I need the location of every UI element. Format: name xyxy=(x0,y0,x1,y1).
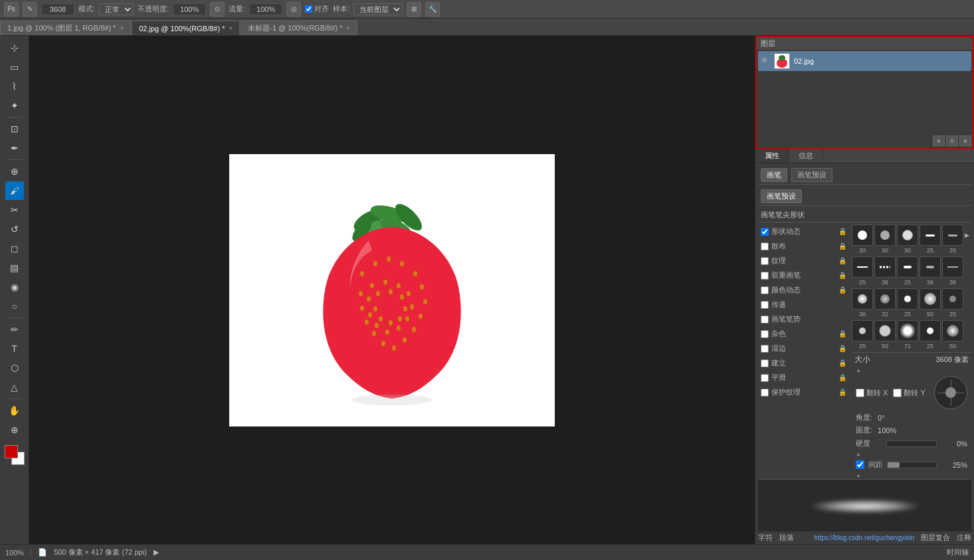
scatter-checkbox[interactable] xyxy=(761,242,769,250)
tab-untitled-close[interactable]: × xyxy=(346,25,350,32)
tab-1jpg[interactable]: 1.jpg @ 100% (图层 1, RGB/8#) * × xyxy=(0,21,131,35)
clone-stamp-tool[interactable]: ✂ xyxy=(5,201,24,219)
pen-tool[interactable]: ✏ xyxy=(5,320,24,339)
blur-tool[interactable]: ◉ xyxy=(5,278,24,296)
brush-tip-shape-btn[interactable]: 画笔笔尖形状 xyxy=(758,208,971,223)
brush-option-protect-texture[interactable]: 保护纹理 🔒 xyxy=(758,385,849,400)
dodge-tool[interactable]: ○ xyxy=(5,297,24,316)
preset-20[interactable] xyxy=(942,320,963,341)
brush-tab-btn[interactable]: 画笔 xyxy=(761,168,787,182)
opacity-display[interactable]: 100% xyxy=(173,3,206,15)
brush-preset-tab-btn[interactable]: 画笔预设 xyxy=(791,168,832,182)
hand-tool[interactable]: ✋ xyxy=(5,401,24,420)
texture-checkbox[interactable] xyxy=(761,257,769,265)
preset-3[interactable] xyxy=(897,225,918,246)
preset-19[interactable] xyxy=(920,320,941,341)
sample-all-icon[interactable]: ⊞ xyxy=(407,2,421,17)
add-layer-btn[interactable]: + xyxy=(933,136,945,146)
preset-14[interactable] xyxy=(920,288,941,310)
preset-2[interactable] xyxy=(874,225,896,246)
foreground-color-swatch[interactable] xyxy=(5,445,18,458)
crop-tool[interactable]: ⊡ xyxy=(5,120,24,138)
airbrush-icon[interactable]: ⊙ xyxy=(210,2,225,17)
color-dynamics-checkbox[interactable] xyxy=(761,286,769,294)
tab-02jpg[interactable]: 02.jpg @ 100%(RGB/8#) * × xyxy=(132,21,240,35)
preset-17[interactable] xyxy=(874,320,896,341)
transfer-checkbox[interactable] xyxy=(761,301,769,309)
pressure-icon[interactable]: ◎ xyxy=(286,2,301,17)
layer-visibility-icon[interactable]: 👁 xyxy=(761,56,771,66)
smoothing-checkbox[interactable] xyxy=(761,374,769,382)
marquee-rect-tool[interactable]: ▭ xyxy=(5,58,24,76)
angle-dial[interactable] xyxy=(934,376,967,409)
sample-select[interactable]: 当前图层 xyxy=(353,3,403,15)
extra-option-icon[interactable]: 🔧 xyxy=(425,2,440,17)
preset-9[interactable] xyxy=(920,256,941,278)
flip-x-checkbox[interactable] xyxy=(856,389,864,397)
hardness-slider[interactable] xyxy=(886,440,937,447)
mode-select[interactable]: 正常 xyxy=(99,3,134,15)
brush-option-wet-edges[interactable]: 湿边 🔒 xyxy=(758,341,849,356)
build-up-checkbox[interactable] xyxy=(761,359,769,367)
preset-16[interactable] xyxy=(852,320,873,341)
brush-option-texture[interactable]: 纹理 🔒 xyxy=(758,254,849,268)
select-tool[interactable]: ⬡ xyxy=(5,359,24,377)
shape-dynamics-checkbox[interactable] xyxy=(761,228,769,236)
preset-15[interactable] xyxy=(942,288,963,310)
brush-option-build-up[interactable]: 建立 🔒 xyxy=(758,356,849,371)
brush-pose-checkbox[interactable] xyxy=(761,316,769,324)
prop-tab-info[interactable]: 信息 xyxy=(789,149,823,163)
preset-18[interactable] xyxy=(897,320,918,341)
eraser-tool[interactable]: ◻ xyxy=(5,239,24,258)
text-tool[interactable]: T xyxy=(5,339,24,358)
flip-y-item[interactable]: 翻转 Y xyxy=(893,388,925,398)
brush-option-transfer[interactable]: 传递 xyxy=(758,298,849,312)
preset-10[interactable] xyxy=(942,256,963,278)
healing-brush-tool[interactable]: ⊕ xyxy=(5,162,24,181)
preset-5[interactable] xyxy=(942,225,963,246)
brush-option-shape-dynamics[interactable]: 形状动态 🔒 xyxy=(758,225,849,239)
csdn-url[interactable]: https://blog.csdn.net/guchengyixin xyxy=(814,534,914,541)
tab-1jpg-close[interactable]: × xyxy=(120,25,124,32)
flip-x-item[interactable]: 翻转 X xyxy=(856,388,888,398)
brush-size-display[interactable]: 3608 xyxy=(41,3,74,15)
ps-logo-btn[interactable]: Ps xyxy=(4,2,19,17)
wand-tool[interactable]: ✦ xyxy=(5,96,24,115)
preset-1[interactable] xyxy=(852,225,873,246)
dual-brush-checkbox[interactable] xyxy=(761,272,769,280)
flow-display[interactable]: 100% xyxy=(249,3,282,15)
brush-option-scatter[interactable]: 散布 🔒 xyxy=(758,239,849,254)
brush-option-smoothing[interactable]: 平滑 🔒 xyxy=(758,371,849,385)
brush-option-dual-brush[interactable]: 双重画笔 🔒 xyxy=(758,268,849,283)
preset-11[interactable] xyxy=(852,288,873,310)
eyedropper-tool[interactable]: ✒ xyxy=(5,139,24,157)
history-brush-tool[interactable]: ↺ xyxy=(5,220,24,238)
preset-13[interactable] xyxy=(897,288,918,310)
zoom-tool[interactable]: ⊕ xyxy=(5,420,24,439)
protect-texture-checkbox[interactable] xyxy=(761,389,769,397)
align-checkbox[interactable] xyxy=(305,5,312,13)
brush-option-brush-pose[interactable]: 画笔笔势 xyxy=(758,312,849,327)
preset-6[interactable] xyxy=(852,256,873,278)
wet-edges-checkbox[interactable] xyxy=(761,345,769,353)
tool-options-icon[interactable]: ✎ xyxy=(23,2,37,17)
brush-option-color-dynamics[interactable]: 颜色动态 🔒 xyxy=(758,283,849,298)
preset-12[interactable] xyxy=(874,288,896,310)
link-layer-btn[interactable]: = xyxy=(946,136,958,146)
preset-8[interactable] xyxy=(897,256,918,278)
brush-presets-btn[interactable]: 画笔预设 xyxy=(761,189,802,203)
spacing-checkbox[interactable] xyxy=(856,460,864,469)
color-swatches[interactable] xyxy=(5,445,25,465)
shape-tool[interactable]: △ xyxy=(5,378,24,397)
tab-02jpg-close[interactable]: × xyxy=(229,25,233,32)
dimensions-expand-icon[interactable]: ▶ xyxy=(153,548,159,557)
noise-checkbox[interactable] xyxy=(761,330,769,338)
delete-layer-btn[interactable]: × xyxy=(959,136,971,146)
spacing-slider[interactable] xyxy=(887,462,937,468)
lasso-tool[interactable]: ⌇ xyxy=(5,77,24,96)
prop-tab-attributes[interactable]: 属性 xyxy=(755,149,789,163)
flip-y-checkbox[interactable] xyxy=(893,389,902,397)
move-tool[interactable]: ⊹ xyxy=(5,39,24,57)
brush-tool[interactable]: 🖌 xyxy=(5,181,24,200)
gradient-tool[interactable]: ▤ xyxy=(5,258,24,277)
